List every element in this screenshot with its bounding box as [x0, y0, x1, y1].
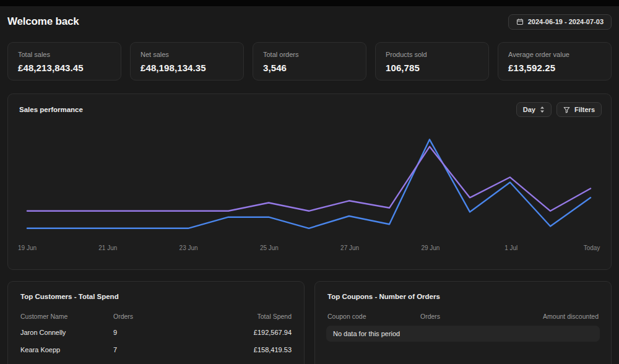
cell-customer-name: Jaron Connelly [19, 324, 112, 341]
cell-total-spend: £192,567.94 [253, 324, 293, 341]
x-axis-label: 23 Jun [180, 245, 198, 251]
column-header-total-spend: Total Spend [256, 309, 293, 324]
cell-total-spend: £152,537.54 [253, 358, 293, 364]
stat-card: Net sales £48,198,134.35 [130, 42, 244, 80]
filter-icon [563, 106, 570, 113]
column-header-coupon-code: Coupon code [326, 309, 419, 324]
no-data-message: No data for this period [326, 326, 600, 342]
top-coupons-header-row: Coupon code Orders Amount discounted [326, 309, 600, 324]
column-header-orders: Orders [112, 309, 256, 324]
cell-orders: 9 [112, 358, 253, 364]
stat-label: Total orders [263, 51, 356, 59]
stat-value: £13,592.25 [508, 63, 601, 73]
stat-value: 106,785 [386, 63, 478, 73]
page-header: Welcome back 2024-06-19 - 2024-07-03 [7, 14, 612, 30]
x-axis-label: 1 Jul [504, 245, 517, 251]
top-customers-title: Top Customers - Total Spend [20, 293, 293, 300]
x-axis-label: 29 Jun [421, 245, 439, 251]
sales-performance-card: Sales performance Day [7, 93, 612, 270]
sales-chart-svg [18, 131, 601, 236]
cell-orders: 9 [112, 324, 253, 341]
dashboard: Welcome back 2024-06-19 - 2024-07-03 Tot… [0, 14, 619, 364]
sales-series-blue [27, 139, 591, 228]
column-header-coupon-orders: Orders [419, 309, 542, 324]
stat-value: £48,198,134.35 [141, 63, 233, 73]
stat-value: £48,213,843.45 [18, 63, 111, 73]
sales-chart-plot [18, 131, 601, 236]
date-range-button[interactable]: 2024-06-19 - 2024-07-03 [508, 14, 612, 30]
sales-performance-header: Sales performance Day [8, 94, 611, 117]
table-row: Jaron Connelly 9 £192,567.94 [19, 324, 293, 341]
table-row: Rhea Hilpert 9 £152,537.54 [19, 358, 293, 364]
stat-label: Net sales [141, 51, 233, 59]
x-axis-label: 19 Jun [18, 245, 37, 251]
stat-label: Products sold [386, 51, 478, 59]
chart-controls: Day Filters [516, 102, 602, 117]
top-customers-card: Top Customers - Total Spend Customer Nam… [7, 281, 305, 364]
sales-chart-x-axis: 19 Jun21 Jun23 Jun25 Jun27 Jun29 Jun1 Ju… [18, 245, 601, 253]
date-range-label: 2024-06-19 - 2024-07-03 [528, 18, 604, 25]
stat-card: Total sales £48,213,843.45 [7, 42, 121, 80]
filters-button-label: Filters [574, 106, 595, 113]
table-row: Keara Koepp 7 £158,419.53 [19, 341, 293, 358]
x-axis-label: Today [584, 245, 600, 251]
bottom-row: Top Customers - Total Spend Customer Nam… [7, 281, 612, 364]
stat-card: Average order value £13,592.25 [498, 42, 612, 80]
stat-card: Products sold 106,785 [375, 42, 489, 80]
interval-select[interactable]: Day [516, 102, 552, 117]
cell-customer-name: Keara Koepp [19, 341, 112, 358]
x-axis-label: 25 Jun [260, 245, 279, 251]
page-title: Welcome back [7, 15, 79, 28]
top-customers-header-row: Customer Name Orders Total Spend [19, 309, 293, 324]
x-axis-label: 27 Jun [340, 245, 359, 251]
x-axis-label: 21 Jun [98, 245, 117, 251]
top-customers-body: Jaron Connelly 9 £192,567.94 Keara Koepp… [19, 324, 293, 364]
sales-performance-title: Sales performance [19, 106, 83, 113]
stat-label: Total sales [18, 51, 111, 59]
filters-button[interactable]: Filters [556, 102, 602, 117]
stat-value: 3,546 [263, 63, 356, 73]
column-header-customer-name: Customer Name [19, 309, 112, 324]
cell-total-spend: £158,419.53 [253, 341, 293, 358]
stat-label: Average order value [508, 51, 601, 59]
top-coupons-title: Top Coupons - Number of Orders [327, 293, 600, 300]
cell-customer-name: Rhea Hilpert [19, 358, 112, 364]
interval-select-value: Day [523, 106, 535, 113]
window-top-strip [0, 0, 619, 6]
calendar-icon [516, 18, 524, 25]
top-coupons-card: Top Coupons - Number of Orders Coupon co… [314, 281, 612, 364]
chevron-updown-icon [540, 106, 545, 113]
stats-row: Total sales £48,213,843.45 Net sales £48… [7, 42, 612, 80]
stat-card: Total orders 3,546 [253, 42, 366, 80]
cell-orders: 7 [112, 341, 253, 358]
sales-series-purple [27, 147, 591, 211]
column-header-amount-discounted: Amount discounted [542, 309, 600, 324]
